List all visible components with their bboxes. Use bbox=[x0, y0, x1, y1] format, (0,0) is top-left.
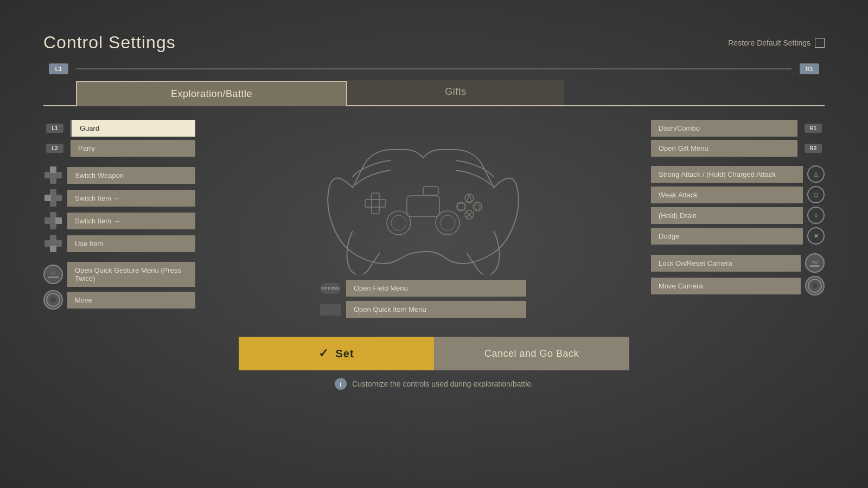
svg-rect-11 bbox=[50, 246, 56, 252]
svg-rect-14 bbox=[372, 193, 379, 214]
binding-switch-item-right[interactable]: Switch Item → bbox=[67, 213, 195, 229]
binding-open-quick-item[interactable]: Open Quick Item Menu bbox=[346, 301, 526, 318]
dpad-icon-3 bbox=[43, 211, 63, 230]
svg-point-30 bbox=[475, 204, 480, 209]
binding-row-cross: Dodge ✕ bbox=[651, 227, 825, 245]
binding-lock-on[interactable]: Lock On/Reset Camera bbox=[651, 255, 801, 272]
svg-rect-2 bbox=[50, 166, 56, 173]
svg-marker-28 bbox=[467, 195, 472, 202]
cancel-button[interactable]: Cancel and Go Back bbox=[434, 337, 629, 370]
binding-row-dpad3: Switch Item → bbox=[43, 211, 195, 230]
action-buttons: ✓ Set Cancel and Go Back bbox=[239, 337, 629, 370]
triangle-icon: △ bbox=[807, 165, 825, 183]
set-button[interactable]: ✓ Set bbox=[239, 337, 434, 370]
binding-row-l1: L1 Guard bbox=[43, 120, 195, 137]
binding-strong-attack[interactable]: Strong Attack / (Hold) Charged Attack bbox=[651, 166, 803, 183]
dpad-icon-2 bbox=[43, 188, 63, 208]
cancel-label: Cancel and Go Back bbox=[484, 348, 579, 359]
binding-row-triangle: Strong Attack / (Hold) Charged Attack △ bbox=[651, 165, 825, 183]
binding-row-right-stick: Move Camera bbox=[651, 276, 825, 296]
cross-icon: ✕ bbox=[807, 227, 825, 245]
r1-icon: R1 bbox=[802, 123, 825, 134]
tabs-row: Exploration/Battle Gifts bbox=[43, 80, 825, 106]
binding-row-r3: Lock On/Reset Camera R3 bbox=[651, 253, 825, 273]
binding-quick-gesture[interactable]: Open Quick Gesture Menu (Press Twice) bbox=[67, 262, 195, 287]
set-label: Set bbox=[335, 348, 354, 360]
binding-guard[interactable]: Guard bbox=[71, 120, 195, 137]
center-column: OPTIONS Open Field Menu Open Quick Item … bbox=[206, 120, 640, 318]
svg-rect-8 bbox=[55, 217, 62, 224]
left-stick-icon bbox=[43, 290, 63, 310]
binding-parry[interactable]: Parry bbox=[71, 140, 195, 157]
svg-rect-15 bbox=[365, 200, 386, 207]
l1-slider-badge: L1 bbox=[49, 63, 68, 74]
tab-gifts[interactable]: Gifts bbox=[347, 80, 564, 105]
controller-image bbox=[320, 123, 526, 274]
binding-row-dpad2: Switch Item ← bbox=[43, 188, 195, 208]
svg-point-32 bbox=[812, 283, 818, 288]
main-content: L1 Guard L2 Parry bbox=[43, 120, 825, 318]
binding-move[interactable]: Move bbox=[67, 292, 195, 309]
center-bindings: OPTIONS Open Field Menu Open Quick Item … bbox=[206, 280, 640, 318]
right-column: Dash/Combo R1 Open Gift Menu R2 Strong A… bbox=[651, 120, 825, 296]
touch-icon bbox=[320, 304, 341, 316]
binding-dodge[interactable]: Dodge bbox=[651, 228, 803, 245]
center-binding-touch: Open Quick Item Menu bbox=[320, 301, 526, 318]
right-stick-icon bbox=[805, 276, 825, 296]
binding-open-field-menu[interactable]: Open Field Menu bbox=[346, 280, 526, 297]
binding-row-circle: (Hold) Drain ○ bbox=[651, 207, 825, 224]
svg-rect-5 bbox=[44, 195, 51, 201]
binding-row-dpad1: Switch Weapon bbox=[43, 165, 195, 185]
r2-icon: R2 bbox=[802, 143, 825, 155]
binding-dash-combo[interactable]: Dash/Combo bbox=[651, 120, 797, 137]
info-icon: i bbox=[335, 378, 347, 390]
binding-row-move: Move bbox=[43, 290, 195, 310]
header: Control Settings Restore Default Setting… bbox=[43, 33, 825, 53]
restore-defaults-button[interactable]: Restore Default Settings bbox=[728, 38, 825, 48]
svg-point-13 bbox=[50, 297, 56, 303]
svg-point-23 bbox=[391, 215, 406, 230]
svg-rect-26 bbox=[423, 187, 438, 195]
restore-label: Restore Default Settings bbox=[728, 38, 810, 47]
slider-row: L1 R1 bbox=[43, 63, 825, 74]
checkmark-icon: ✓ bbox=[318, 346, 329, 361]
binding-weak-attack[interactable]: Weak Attack bbox=[651, 187, 803, 203]
dpad-icon-4 bbox=[43, 234, 63, 253]
square-icon: □ bbox=[807, 186, 825, 203]
binding-row-r1: Dash/Combo R1 bbox=[651, 120, 825, 137]
svg-rect-29 bbox=[457, 203, 465, 210]
options-icon: OPTIONS bbox=[320, 283, 341, 294]
center-binding-options: OPTIONS Open Field Menu bbox=[320, 280, 526, 297]
binding-row-dpad4: Use Item bbox=[43, 234, 195, 253]
svg-point-25 bbox=[440, 215, 455, 230]
binding-row-l2: L2 Parry bbox=[43, 140, 195, 157]
binding-row-square: Weak Attack □ bbox=[651, 186, 825, 203]
hint-text: Customize the controls used during explo… bbox=[352, 380, 533, 388]
slider-track bbox=[76, 68, 792, 69]
binding-row-r2: Open Gift Menu R2 bbox=[651, 140, 825, 157]
r3-stick-icon: R3 bbox=[805, 253, 825, 273]
binding-hold-drain[interactable]: (Hold) Drain bbox=[651, 207, 803, 224]
dpad-icon-1 bbox=[43, 165, 63, 185]
binding-switch-item-left[interactable]: Switch Item ← bbox=[67, 190, 195, 207]
binding-switch-weapon[interactable]: Switch Weapon bbox=[67, 167, 195, 184]
binding-row-l3: L3 Open Quick Gesture Menu (Press Twice) bbox=[43, 262, 195, 287]
svg-rect-27 bbox=[407, 196, 439, 216]
hint-row: i Customize the controls used during exp… bbox=[335, 378, 533, 390]
page-title: Control Settings bbox=[43, 33, 176, 53]
circle-icon: ○ bbox=[807, 207, 825, 224]
r1-slider-badge: R1 bbox=[800, 63, 819, 74]
binding-use-item[interactable]: Use Item bbox=[67, 235, 195, 252]
l3-stick-icon: L3 bbox=[43, 265, 63, 284]
restore-icon bbox=[815, 38, 825, 48]
tab-exploration[interactable]: Exploration/Battle bbox=[76, 81, 347, 106]
l1-icon: L1 bbox=[43, 123, 66, 134]
binding-move-camera[interactable]: Move Camera bbox=[651, 278, 801, 294]
left-column: L1 Guard L2 Parry bbox=[43, 120, 195, 310]
bottom-section: ✓ Set Cancel and Go Back i Customize the… bbox=[43, 337, 825, 390]
l2-icon: L2 bbox=[43, 143, 66, 155]
binding-open-gift-menu[interactable]: Open Gift Menu bbox=[651, 140, 797, 157]
